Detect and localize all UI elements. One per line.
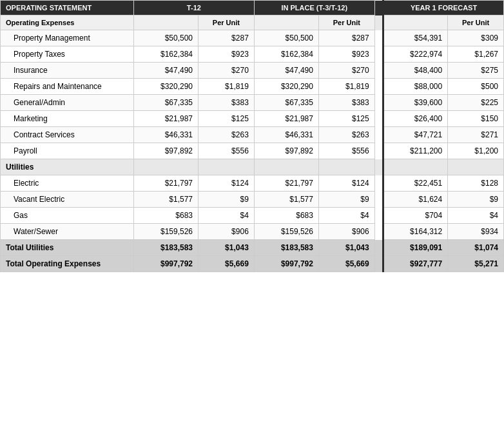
row-y1-val: $211,200: [383, 143, 448, 159]
row-t12-val: $50,500: [133, 30, 198, 46]
row-ip-val: $21,987: [254, 111, 318, 127]
table-row: Contract Services $46,331 $263 $46,331 $…: [1, 127, 504, 143]
row-y1-unit: $150: [448, 111, 504, 127]
utilities-label: Utilities: [1, 159, 134, 175]
row-ip-unit: $1,819: [318, 79, 374, 95]
row-ip-unit: $287: [318, 30, 374, 46]
row-label: Payroll: [1, 143, 134, 159]
row-y1-unit: $1,200: [448, 143, 504, 159]
subheader-t12-val: [133, 15, 198, 30]
total-utilities-t12-unit: $1,043: [199, 240, 255, 256]
table-row: Repairs and Maintenance $320,290 $1,819 …: [1, 79, 504, 95]
table-header: OPERATING STATEMENT T-12 IN PLACE (T-3/T…: [1, 1, 504, 15]
row-ip-unit: $125: [318, 111, 374, 127]
row-ip-unit: $270: [318, 63, 374, 79]
row-ip-unit: $9: [318, 192, 374, 208]
row-t12-val: $67,335: [133, 95, 198, 111]
col-operating-statement: OPERATING STATEMENT: [1, 1, 134, 15]
table-row: Payroll $97,892 $556 $97,892 $556 $211,2…: [1, 143, 504, 159]
row-y1-unit: $1,267: [448, 46, 504, 63]
total-operating-ip-val: $997,792: [254, 256, 318, 272]
row-ip-val: $50,500: [254, 30, 318, 46]
row-y1-val: $1,624: [383, 192, 448, 208]
row-ip-unit: $4: [318, 208, 374, 224]
row-ip-val: $683: [254, 208, 318, 224]
row-t12-val: $21,987: [133, 111, 198, 127]
row-t12-val: $46,331: [133, 127, 198, 143]
row-y1-unit: $225: [448, 95, 504, 111]
row-ip-val: $67,335: [254, 95, 318, 111]
utility-row: Electric $21,797 $124 $21,797 $124 $22,4…: [1, 175, 504, 192]
row-y1-val: $164,312: [383, 224, 448, 240]
row-t12-unit: $1,819: [199, 79, 255, 95]
row-y1-val: $39,600: [383, 95, 448, 111]
total-utilities-label: Total Utilities: [1, 240, 134, 256]
table-subheader: Operating Expenses Per Unit Per Unit Per…: [1, 15, 504, 30]
row-y1-unit: $9: [448, 192, 504, 208]
row-y1-unit: $128: [448, 175, 504, 192]
row-ip-unit: $906: [318, 224, 374, 240]
row-y1-unit: $309: [448, 30, 504, 46]
row-ip-val: $97,892: [254, 143, 318, 159]
row-t12-unit: $124: [199, 175, 255, 192]
row-t12-unit: $287: [199, 30, 255, 46]
row-t12-unit: $906: [199, 224, 255, 240]
row-t12-val: $21,797: [133, 175, 198, 192]
row-y1-val: $26,400: [383, 111, 448, 127]
row-ip-val: $21,797: [254, 175, 318, 192]
row-ip-val: $1,577: [254, 192, 318, 208]
row-label: Contract Services: [1, 127, 134, 143]
row-y1-unit: $271: [448, 127, 504, 143]
total-operating-y1-val: $927,777: [383, 256, 448, 272]
subheader-label: Operating Expenses: [1, 15, 134, 30]
row-t12-unit: $270: [199, 63, 255, 79]
row-t12-val: $320,290: [133, 79, 198, 95]
row-t12-val: $1,577: [133, 192, 198, 208]
row-label: General/Admin: [1, 95, 134, 111]
total-operating-ip-unit: $5,669: [318, 256, 374, 272]
row-label: Property Management: [1, 30, 134, 46]
total-operating-label: Total Operating Expenses: [1, 256, 134, 272]
total-operating-t12-unit: $5,669: [199, 256, 255, 272]
total-utilities-ip-val: $183,583: [254, 240, 318, 256]
subheader-y1-val: [383, 15, 448, 30]
row-t12-val: $683: [133, 208, 198, 224]
row-label: Marketing: [1, 111, 134, 127]
row-label: Water/Sewer: [1, 224, 134, 240]
row-y1-val: $22,451: [383, 175, 448, 192]
row-y1-val: $88,000: [383, 79, 448, 95]
row-t12-val: $162,384: [133, 46, 198, 63]
total-utilities-row: Total Utilities $183,583 $1,043 $183,583…: [1, 240, 504, 256]
row-ip-unit: $556: [318, 143, 374, 159]
row-ip-unit: $383: [318, 95, 374, 111]
utility-row: Water/Sewer $159,526 $906 $159,526 $906 …: [1, 224, 504, 240]
row-y1-unit: $4: [448, 208, 504, 224]
row-y1-unit: $934: [448, 224, 504, 240]
row-ip-unit: $923: [318, 46, 374, 63]
row-ip-val: $46,331: [254, 127, 318, 143]
total-utilities-y1-val: $189,091: [383, 240, 448, 256]
row-y1-val: $47,721: [383, 127, 448, 143]
subheader-t12-unit: Per Unit: [199, 15, 255, 30]
row-t12-val: $97,892: [133, 143, 198, 159]
row-y1-val: $704: [383, 208, 448, 224]
utility-row: Gas $683 $4 $683 $4 $704 $4: [1, 208, 504, 224]
row-t12-unit: $263: [199, 127, 255, 143]
row-y1-unit: $500: [448, 79, 504, 95]
col-inplace-header: IN PLACE (T-3/T-12): [254, 1, 374, 15]
row-y1-val: $54,391: [383, 30, 448, 46]
row-label: Property Taxes: [1, 46, 134, 63]
row-y1-val: $48,400: [383, 63, 448, 79]
row-t12-val: $159,526: [133, 224, 198, 240]
subheader-y1-unit: Per Unit: [448, 15, 504, 30]
row-label: Vacant Electric: [1, 192, 134, 208]
col-t12-header: T-12: [133, 1, 254, 15]
row-t12-unit: $383: [199, 95, 255, 111]
row-t12-val: $47,490: [133, 63, 198, 79]
row-ip-unit: $124: [318, 175, 374, 192]
subheader-ip-unit: Per Unit: [318, 15, 374, 30]
row-t12-unit: $4: [199, 208, 255, 224]
row-t12-unit: $9: [199, 192, 255, 208]
total-operating-row: Total Operating Expenses $997,792 $5,669…: [1, 256, 504, 272]
total-utilities-t12-val: $183,583: [133, 240, 198, 256]
